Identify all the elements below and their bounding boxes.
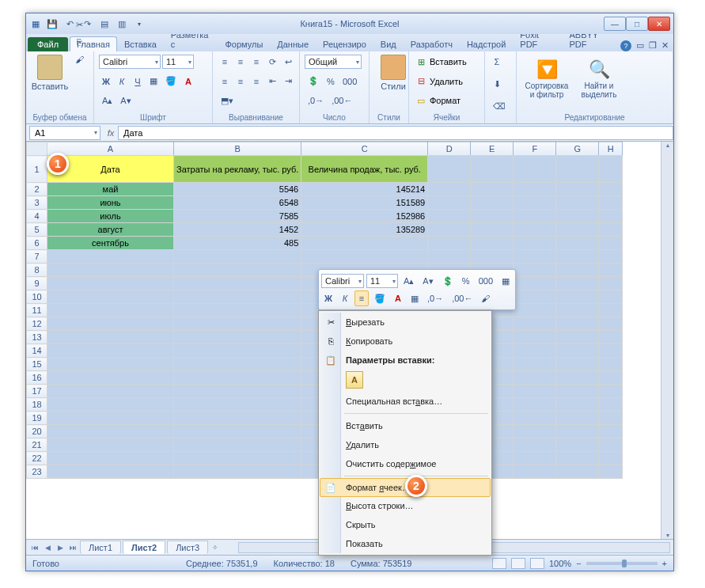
ctx-row-height[interactable]: Высота строки… [320,496,490,515]
tab-developer[interactable]: Разработч [404,36,460,51]
percent-icon[interactable]: % [324,74,338,89]
mini-currency-icon[interactable]: 💲 [439,273,457,289]
cell-A22[interactable] [47,452,174,465]
cell-F21[interactable] [514,438,556,452]
cell-F7[interactable] [514,250,556,264]
cell-G8[interactable] [556,264,599,277]
font-size-select[interactable]: 11 [162,55,194,69]
paste-button[interactable]: Вставить [31,53,69,93]
comma-icon[interactable]: 000 [339,74,360,89]
indent-decrease-icon[interactable]: ⇤ [265,74,279,89]
cell-G12[interactable] [556,317,599,331]
cell-F16[interactable] [514,371,556,385]
cell-A20[interactable] [47,425,174,438]
cell-F5[interactable] [514,223,556,237]
cell-B20[interactable] [174,425,301,438]
row-header-3[interactable]: 3 [27,196,47,210]
font-name-select[interactable]: Calibri [99,55,161,69]
tab-addins[interactable]: Надстрой [460,36,513,51]
currency-icon[interactable]: 💲 [305,74,322,89]
cell-B13[interactable] [174,331,301,344]
sheet-tab-3[interactable]: Лист3 [167,541,208,554]
zoom-out-button[interactable]: − [576,559,581,568]
sheet-nav-first-icon[interactable]: ⏮ [29,544,40,552]
row-header-7[interactable]: 7 [27,250,47,264]
insert-cells-button[interactable]: Вставить [430,57,467,66]
mini-border-icon[interactable]: ▦ [498,273,513,289]
delete-cells-icon[interactable]: ⊟ [414,74,428,89]
cell-B19[interactable] [174,412,301,425]
row-header-19[interactable]: 19 [27,412,47,425]
border-button[interactable]: ▦ [146,74,161,89]
mini-bold-button[interactable]: Ж [321,290,335,306]
cell-G16[interactable] [556,371,599,385]
cell-A12[interactable] [47,317,174,331]
align-top-icon[interactable]: ≡ [218,54,232,70]
clear-icon[interactable]: ⌫ [490,99,509,115]
row-header-12[interactable]: 12 [27,317,47,331]
tab-formulas[interactable]: Формулы [218,36,270,51]
mini-inc-decimal-icon[interactable]: ,0→ [424,290,446,306]
cell-H21[interactable] [599,438,623,452]
cell-F22[interactable] [514,452,556,465]
close-button[interactable]: ✕ [648,17,670,31]
cell-B3[interactable]: 6548 [174,196,301,210]
view-pagebreak-icon[interactable] [530,558,544,569]
cell-E7[interactable] [471,250,514,264]
cell-F11[interactable] [514,304,556,317]
cell-E2[interactable] [471,183,514,196]
mini-comma-icon[interactable]: 000 [476,273,496,289]
cell-F4[interactable] [514,210,556,223]
col-header-H[interactable]: H [599,142,623,156]
cell-G5[interactable] [556,223,599,237]
cell-E1[interactable] [471,156,514,183]
cell-E4[interactable] [471,210,514,223]
row-header-18[interactable]: 18 [27,398,47,412]
styles-button[interactable]: Стили [374,53,412,93]
cell-H20[interactable] [599,425,623,438]
format-cells-icon[interactable]: ▭ [414,93,428,108]
mini-italic-button[interactable]: К [338,290,352,306]
cell-H19[interactable] [599,412,623,425]
grow-font-icon[interactable]: A▴ [99,93,116,108]
cell-D4[interactable] [428,210,471,223]
row-header-1[interactable]: 1 [27,156,47,183]
cell-A10[interactable] [47,290,174,304]
cell-A18[interactable] [47,398,174,412]
delete-cells-button[interactable]: Удалить [430,77,463,86]
cell-F2[interactable] [514,183,556,196]
cell-C6[interactable] [301,237,428,250]
cell-A13[interactable] [47,331,174,344]
ctx-insert[interactable]: Вставить [320,416,490,435]
align-right-icon[interactable]: ≡ [249,74,263,89]
ctx-show[interactable]: Показать [320,534,490,553]
underline-button[interactable]: Ч [131,74,145,89]
cell-B17[interactable] [174,385,301,398]
cell-B22[interactable] [174,452,301,465]
cell-H5[interactable] [599,223,623,237]
wrap-text-icon[interactable]: ↩ [281,54,295,70]
cell-H13[interactable] [599,331,623,344]
cell-G3[interactable] [556,196,599,210]
cell-H11[interactable] [599,304,623,317]
cell-B9[interactable] [174,277,301,290]
cell-G13[interactable] [556,331,599,344]
col-header-A[interactable]: A [47,142,174,156]
view-normal-icon[interactable] [492,558,506,569]
tab-data[interactable]: Данные [270,36,316,51]
cell-G10[interactable] [556,290,599,304]
row-header-13[interactable]: 13 [27,331,47,344]
minimize-ribbon-icon[interactable]: ▭ [636,40,644,51]
mini-dec-decimal-icon[interactable]: ,00← [449,290,476,306]
cell-H10[interactable] [599,290,623,304]
cell-B8[interactable] [174,264,301,277]
cell-F14[interactable] [514,344,556,358]
align-middle-icon[interactable]: ≡ [233,54,248,70]
row-header-2[interactable]: 2 [27,183,47,196]
sheet-tab-2[interactable]: Лист2 [123,541,165,554]
cell-H4[interactable] [599,210,623,223]
align-bottom-icon[interactable]: ≡ [249,54,263,70]
cell-A19[interactable] [47,412,174,425]
cell-D6[interactable] [428,237,471,250]
row-header-20[interactable]: 20 [27,425,47,438]
